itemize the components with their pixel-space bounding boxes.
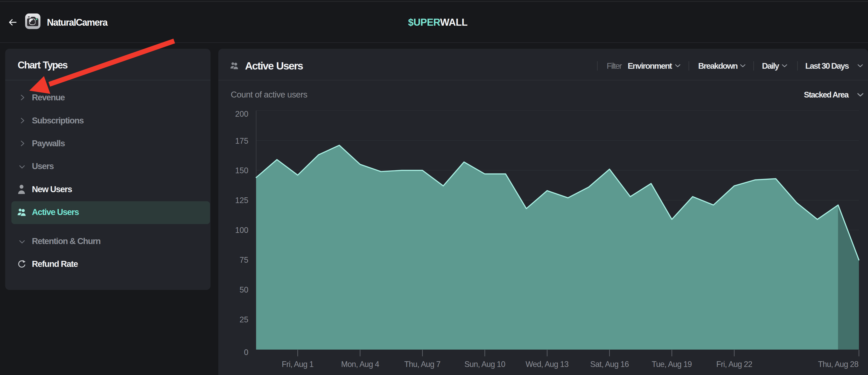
svg-text:Fri, Aug 1: Fri, Aug 1 [282,360,314,369]
svg-text:125: 125 [235,196,248,205]
svg-text:Thu, Aug 7: Thu, Aug 7 [404,360,440,369]
svg-text:50: 50 [240,285,248,294]
svg-text:175: 175 [235,136,248,145]
svg-text:100: 100 [235,226,248,235]
svg-text:Sat, Aug 16: Sat, Aug 16 [590,360,629,369]
svg-text:Sun, Aug 10: Sun, Aug 10 [464,360,505,369]
svg-text:Fri, Aug 22: Fri, Aug 22 [716,360,752,369]
svg-text:200: 200 [235,110,248,118]
svg-text:25: 25 [240,315,248,324]
svg-text:Mon, Aug 4: Mon, Aug 4 [341,360,379,369]
svg-text:0: 0 [244,348,248,356]
svg-text:150: 150 [235,166,248,175]
svg-text:Tue, Aug 19: Tue, Aug 19 [652,360,692,369]
svg-text:Wed, Aug 13: Wed, Aug 13 [526,360,568,369]
svg-text:Thu, Aug 28: Thu, Aug 28 [818,360,859,369]
svg-text:75: 75 [240,255,248,264]
